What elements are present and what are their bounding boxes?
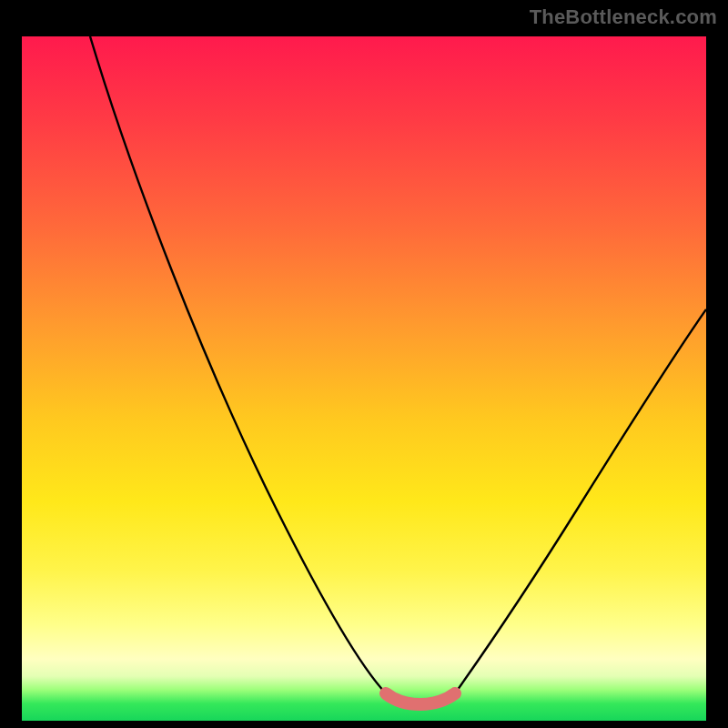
watermark-text: TheBottleneck.com <box>530 5 717 29</box>
right-curve-path <box>455 309 706 693</box>
left-curve-path <box>90 36 386 693</box>
chart-frame: TheBottleneck.com <box>0 0 728 728</box>
trough-path <box>386 693 455 704</box>
chart-svg <box>22 36 706 721</box>
chart-plot-area <box>22 36 706 721</box>
